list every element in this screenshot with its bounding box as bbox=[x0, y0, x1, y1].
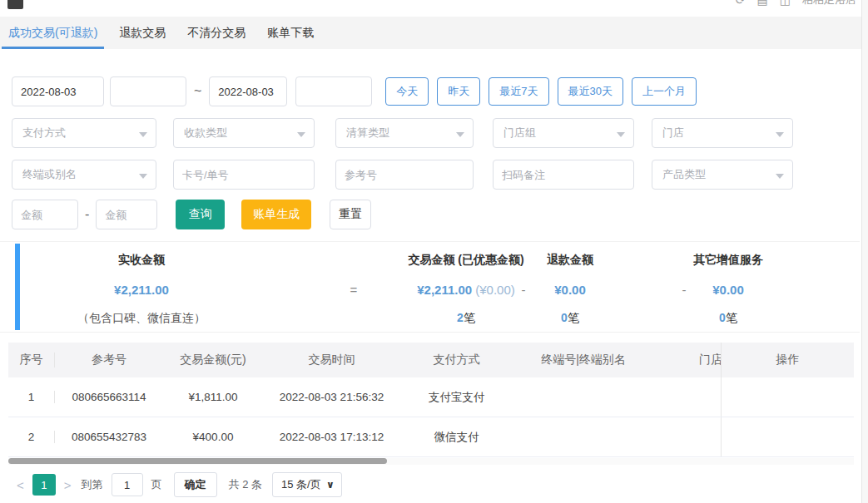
user-icon[interactable]: ◫ bbox=[780, 0, 791, 7]
header-amount: 交易金额(元) bbox=[163, 353, 263, 367]
start-date-input[interactable] bbox=[12, 76, 104, 106]
goto-page-input[interactable] bbox=[112, 473, 143, 496]
summary-panel: 实收金额 ¥2,211.00 （包含口碑、微信直连） = 交易金额 (已优惠金额… bbox=[0, 241, 860, 333]
refund-amount-title: 退款金额 bbox=[547, 253, 593, 268]
amount-max-input[interactable] bbox=[96, 200, 157, 229]
input-filter-row: 终端或别名 产品类型 bbox=[12, 160, 793, 190]
cell-index: 1 bbox=[8, 391, 55, 403]
page-size-select[interactable]: 15 条/页 ∨ bbox=[272, 472, 342, 497]
goto-suffix-label: 页 bbox=[151, 477, 162, 492]
chevron-down-icon bbox=[776, 132, 784, 137]
generate-bill-button[interactable]: 账单生成 bbox=[241, 200, 311, 229]
tab-unsettled-trades[interactable]: 不清分交易 bbox=[187, 17, 246, 49]
pay-method-select[interactable]: 支付方式 bbox=[12, 118, 156, 148]
prev-page-button[interactable]: < bbox=[12, 478, 29, 492]
trade-amount-title: 交易金额 (已优惠金额) bbox=[408, 253, 523, 268]
monitor-icon[interactable]: ▤ bbox=[757, 0, 768, 7]
store-name[interactable]: 柏柏足浴店 bbox=[802, 0, 856, 7]
received-amount-title: 实收金额 bbox=[118, 253, 165, 268]
summary-accent-bar bbox=[15, 244, 20, 330]
header-reference: 参考号 bbox=[55, 353, 163, 367]
end-date-input[interactable] bbox=[209, 76, 287, 106]
scan-remark-input[interactable] bbox=[493, 160, 634, 190]
cell-index: 2 bbox=[8, 431, 55, 443]
cell-amount: ¥1,811.00 bbox=[163, 391, 263, 403]
refund-amount-value: ¥0.00 bbox=[554, 283, 586, 297]
last-30-days-button[interactable]: 最近30天 bbox=[558, 77, 623, 106]
header-terminal: 终端号|终端别名 bbox=[513, 353, 654, 367]
chevron-down-icon bbox=[456, 132, 464, 137]
next-page-button[interactable]: > bbox=[59, 478, 77, 492]
equals-sign: = bbox=[350, 283, 358, 297]
amount-separator: - bbox=[85, 207, 89, 222]
page-1-button[interactable]: 1 bbox=[32, 474, 56, 496]
value-added-count: 0笔 bbox=[719, 311, 737, 326]
chevron-down-icon: ∨ bbox=[326, 479, 335, 491]
chevron-down-icon bbox=[617, 132, 625, 137]
tab-success-trades[interactable]: 成功交易(可退款) bbox=[8, 17, 97, 49]
minus-sign: - bbox=[522, 283, 526, 297]
amount-action-row: - 查询 账单生成 重置 bbox=[12, 200, 371, 229]
table-header-row: 序号 参考号 交易金额(元) 交易时间 支付方式 终端号|终端别名 门店名 操作 bbox=[8, 343, 854, 377]
card-number-input[interactable] bbox=[173, 160, 315, 190]
last-month-button[interactable]: 上一个月 bbox=[632, 77, 697, 106]
vertical-scrollbar[interactable] bbox=[861, 0, 868, 503]
store-group-select[interactable]: 门店组 bbox=[493, 118, 634, 148]
top-bar: ⟳ ▤ ◫ 柏柏足浴店 bbox=[0, 0, 868, 17]
cell-pay-method: 微信支付 bbox=[400, 430, 513, 445]
amount-min-input[interactable] bbox=[12, 200, 78, 229]
refund-count: 0笔 bbox=[561, 311, 579, 326]
cell-time: 2022-08-03 17:13:12 bbox=[263, 431, 400, 443]
value-added-value: ¥0.00 bbox=[712, 283, 744, 297]
today-button[interactable]: 今天 bbox=[385, 77, 429, 106]
tab-bar: 成功交易(可退款) 退款交易 不清分交易 账单下载 bbox=[0, 17, 868, 49]
select-filter-row: 支付方式 收款类型 清算类型 门店组 门店 bbox=[12, 118, 793, 148]
horizontal-scrollbar-track[interactable] bbox=[8, 458, 854, 465]
refresh-icon[interactable]: ⟳ bbox=[736, 0, 746, 7]
chevron-down-icon bbox=[139, 132, 147, 137]
cell-actions bbox=[721, 417, 854, 456]
start-time-input[interactable] bbox=[110, 76, 186, 106]
header-time: 交易时间 bbox=[263, 353, 400, 367]
date-filter-row: ~ 今天 昨天 最近7天 最近30天 上一个月 bbox=[12, 76, 697, 106]
yesterday-button[interactable]: 昨天 bbox=[437, 77, 480, 106]
cell-pay-method: 支付宝支付 bbox=[400, 390, 513, 405]
cell-time: 2022-08-03 21:56:32 bbox=[263, 391, 400, 403]
goto-prefix-label: 到第 bbox=[82, 477, 103, 492]
reset-button[interactable]: 重置 bbox=[330, 200, 371, 229]
transactions-table: 序号 参考号 交易金额(元) 交易时间 支付方式 终端号|终端别名 门店名 操作… bbox=[8, 343, 854, 465]
terminal-select[interactable]: 终端或别名 bbox=[12, 160, 156, 190]
tab-refund-trades[interactable]: 退款交易 bbox=[119, 17, 166, 49]
settle-type-select[interactable]: 清算类型 bbox=[335, 118, 474, 148]
search-button[interactable]: 查询 bbox=[176, 200, 225, 229]
minus-sign: - bbox=[682, 283, 687, 297]
app-window: ⟳ ▤ ◫ 柏柏足浴店 成功交易(可退款) 退款交易 不清分交易 账单下载 ~ … bbox=[0, 0, 868, 503]
header-actions: 操作 bbox=[721, 343, 854, 377]
receive-type-select[interactable]: 收款类型 bbox=[173, 118, 315, 148]
date-range-separator: ~ bbox=[194, 84, 201, 99]
reference-number-input[interactable] bbox=[335, 160, 474, 190]
table-row[interactable]: 2 080655432783 ¥400.00 2022-08-03 17:13:… bbox=[8, 417, 854, 457]
tab-bill-download[interactable]: 账单下载 bbox=[267, 17, 314, 49]
confirm-page-button[interactable]: 确定 bbox=[174, 472, 217, 497]
trade-count: 2笔 bbox=[457, 311, 475, 326]
value-added-title: 其它增值服务 bbox=[693, 253, 763, 268]
total-count-label: 共 2 条 bbox=[229, 477, 262, 492]
discount-amount-value: (¥0.00) bbox=[475, 283, 515, 297]
table-row[interactable]: 1 080665663114 ¥1,811.00 2022-08-03 21:5… bbox=[8, 377, 854, 417]
last-7-days-button[interactable]: 最近7天 bbox=[489, 77, 548, 106]
product-type-select[interactable]: 产品类型 bbox=[652, 160, 793, 190]
cell-reference: 080665663114 bbox=[55, 391, 163, 403]
cell-reference: 080655432783 bbox=[55, 431, 163, 443]
cell-actions bbox=[721, 377, 854, 417]
horizontal-scrollbar-thumb[interactable] bbox=[8, 458, 387, 464]
menu-icon[interactable] bbox=[7, 0, 23, 9]
received-amount-note: （包含口碑、微信直连） bbox=[77, 311, 206, 326]
store-select[interactable]: 门店 bbox=[652, 118, 793, 148]
chevron-down-icon bbox=[139, 174, 147, 179]
received-amount-value: ¥2,211.00 bbox=[114, 283, 169, 297]
end-time-input[interactable] bbox=[295, 76, 372, 106]
header-index: 序号 bbox=[8, 353, 55, 367]
pagination-bar: < 1 > 到第 页 确定 共 2 条 15 条/页 ∨ bbox=[12, 472, 342, 497]
trade-amount-value: ¥2,211.00 (¥0.00) bbox=[417, 283, 515, 297]
